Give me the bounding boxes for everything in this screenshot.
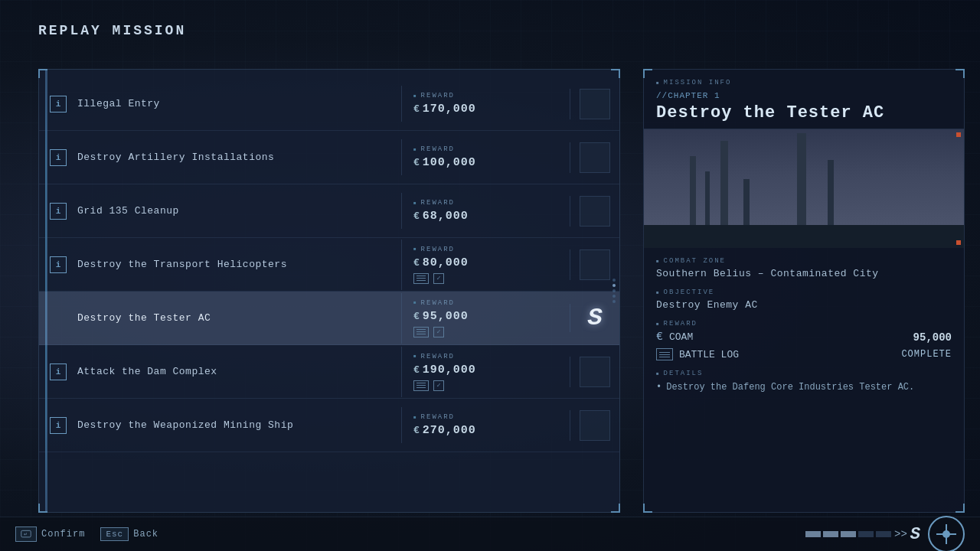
rank-dot-4 — [858, 531, 874, 537]
mission-name-destroy-artillery: Destroy Artillery Installations — [77, 152, 401, 163]
complete-badge: COMPLETE — [901, 349, 952, 360]
mission-name-illegal-entry: Illegal Entry — [77, 98, 401, 109]
battle-log-icon — [656, 348, 673, 360]
mission-item-destroy-artillery[interactable]: iDestroy Artillery InstallationsREWARD€1… — [39, 131, 619, 184]
combat-zone-row: COMBAT ZONE Southern Belius – Contaminat… — [656, 257, 952, 279]
log-line-2 — [659, 354, 670, 355]
chapter-label: //CHAPTER 1 — [656, 91, 952, 100]
bottom-right: >> S — [805, 516, 965, 551]
rank-placeholder-grid-cleanup — [580, 196, 610, 227]
mission-icon-destroy-mining: i — [39, 417, 77, 434]
scroll-indicator — [612, 279, 616, 303]
rank-section-destroy-artillery — [570, 142, 619, 173]
log-icon-destroy-tester — [413, 327, 429, 337]
mission-item-destroy-mining[interactable]: iDestroy the Weaponized Mining ShipREWAR… — [39, 399, 619, 452]
scroll-dot-2 — [612, 289, 616, 292]
rank-section-illegal-entry — [570, 89, 619, 119]
reward-section-destroy-helicopters: REWARD€80,000✓ — [401, 240, 570, 290]
back-key: Esc — [100, 527, 129, 541]
scroll-dot-active — [612, 284, 616, 287]
rank-section-destroy-mining — [570, 410, 619, 441]
preview-tower-2 — [705, 171, 710, 233]
confirm-label: Confirm — [41, 529, 85, 540]
mission-item-attack-dam[interactable]: iAttack the Dam ComplexREWARD€190,000✓ — [39, 345, 619, 399]
mission-icon-destroy-helicopters: i — [39, 256, 77, 273]
reward-icons-attack-dam: ✓ — [413, 380, 558, 391]
svg-text:↵: ↵ — [24, 532, 28, 537]
mission-list: iIllegal EntryREWARD€170,000iDestroy Art… — [39, 70, 619, 460]
rank-bar-dots — [805, 531, 891, 537]
euro-symbol: € — [656, 331, 663, 344]
reward-value-attack-dam: €190,000 — [413, 364, 558, 377]
page-title: REPLAY MISSION — [38, 23, 186, 38]
right-corner-bl — [643, 504, 652, 513]
rank-section-grid-cleanup — [570, 196, 619, 227]
check-icon-attack-dam: ✓ — [433, 380, 444, 391]
mission-item-destroy-helicopters[interactable]: iDestroy the Transport HelicoptersREWARD… — [39, 238, 619, 292]
rank-s-display: S — [910, 525, 920, 544]
preview-tower-6 — [828, 160, 834, 229]
mission-list-panel: iIllegal EntryREWARD€170,000iDestroy Art… — [38, 69, 620, 513]
mission-item-grid-cleanup[interactable]: iGrid 135 CleanupREWARD€68,000 — [39, 184, 619, 238]
log-line-3 — [659, 357, 670, 357]
combat-zone-value: Southern Belius – Contaminated City — [656, 268, 952, 279]
right-corner-tr — [956, 69, 965, 78]
reward-section-grid-cleanup: REWARD€68,000 — [401, 193, 570, 229]
arrow-right: >> — [894, 528, 907, 540]
coam-label: COAM — [669, 331, 693, 343]
info-icon-attack-dam: i — [50, 364, 67, 380]
reward-label: REWARD — [656, 320, 952, 328]
mission-icon-destroy-artillery: i — [39, 149, 77, 166]
info-icon-destroy-helicopters: i — [50, 256, 67, 273]
coam-row: € COAM 95,000 — [656, 331, 952, 344]
rank-section-destroy-tester: S — [570, 304, 619, 332]
controls: ↵ Confirm Esc Back — [15, 527, 158, 542]
reward-label-destroy-mining: REWARD — [413, 413, 558, 421]
preview-tower-3 — [720, 141, 728, 225]
reward-value-destroy-artillery: €100,000 — [413, 156, 558, 169]
corner-br — [611, 504, 620, 513]
preview-tower-5 — [797, 133, 806, 225]
crosshair-icon — [928, 516, 965, 551]
reward-row: REWARD € COAM 95,000 BATTLE LOG COMP — [656, 320, 952, 360]
back-control[interactable]: Esc Back — [100, 527, 158, 541]
details-bullet: Destroy the Dafeng Core Industries Teste… — [656, 380, 952, 394]
reward-label-illegal-entry: REWARD — [413, 92, 558, 99]
rank-section-destroy-helicopters — [570, 249, 619, 280]
scroll-dot-3 — [612, 295, 616, 298]
reward-label-destroy-artillery: REWARD — [413, 145, 558, 153]
coam-value: 95,000 — [913, 331, 952, 344]
mission-preview-image — [644, 129, 964, 248]
right-corner-br — [956, 504, 965, 513]
mission-icon-attack-dam: i — [39, 364, 77, 380]
preview-corner-tr — [956, 132, 961, 137]
info-icon-destroy-artillery: i — [50, 149, 67, 166]
rank-section-attack-dam — [570, 357, 619, 387]
mission-item-illegal-entry[interactable]: iIllegal EntryREWARD€170,000 — [39, 77, 619, 131]
reward-icons-destroy-helicopters: ✓ — [413, 273, 558, 284]
preview-tower-1 — [690, 156, 696, 233]
details-section: DETAILS Destroy the Dafeng Core Industri… — [656, 370, 952, 394]
confirm-control[interactable]: ↵ Confirm — [15, 527, 85, 542]
mission-item-destroy-tester[interactable]: Destroy the Tester ACREWARD€95,000✓S — [39, 292, 619, 345]
crosshair-center — [942, 530, 950, 538]
details-text: Destroy the Dafeng Core Industries Teste… — [656, 380, 952, 394]
rank-destroy-tester: S — [587, 304, 602, 332]
details-label: DETAILS — [656, 370, 952, 377]
check-icon-destroy-helicopters: ✓ — [433, 273, 444, 284]
mission-title-right: Destroy the Tester AC — [656, 103, 952, 122]
back-label: Back — [133, 529, 158, 540]
reward-value-destroy-mining: €270,000 — [413, 424, 558, 437]
reward-value-illegal-entry: €170,000 — [413, 103, 558, 116]
rank-bar: >> S — [805, 525, 920, 544]
objective-label: OBJECTIVE — [656, 289, 952, 296]
confirm-key: ↵ — [15, 527, 37, 542]
rank-placeholder-illegal-entry — [580, 89, 610, 119]
reward-label-destroy-tester: REWARD — [413, 299, 558, 307]
coam-left: € COAM — [656, 331, 693, 344]
mission-name-destroy-helicopters: Destroy the Transport Helicopters — [77, 259, 401, 270]
mission-info-label: MISSION INFO — [656, 79, 952, 86]
reward-section-destroy-mining: REWARD€270,000 — [401, 407, 570, 443]
info-icon-illegal-entry: i — [50, 96, 67, 112]
reward-label-attack-dam: REWARD — [413, 353, 558, 360]
